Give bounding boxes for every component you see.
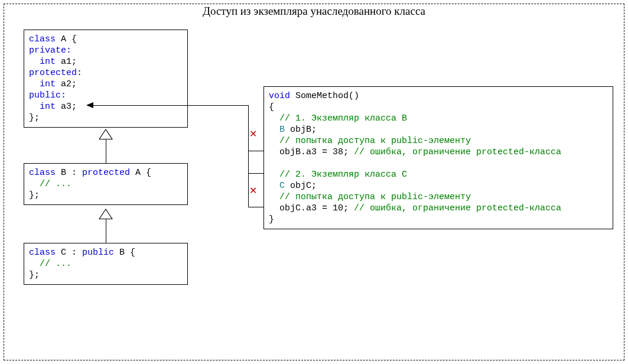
connector-line: [106, 219, 106, 243]
code: // ...: [29, 259, 71, 269]
code: a1;: [56, 57, 77, 67]
inheritance-arrow-icon: [99, 129, 113, 139]
code: // попытка доступа к public-элементу: [269, 192, 471, 202]
code: a3;: [56, 102, 77, 112]
code: [269, 158, 274, 168]
code: };: [29, 113, 40, 123]
code: // 1. Экземпляр класса B: [269, 113, 407, 124]
code: {: [269, 102, 274, 112]
code: SomeMethod(): [290, 91, 359, 101]
class-b-box: class B : protected A { // ... };: [24, 163, 188, 205]
connector-line: [248, 151, 264, 151]
code: };: [29, 270, 40, 280]
code: // ошибка, ограничение protected-класса: [354, 203, 561, 213]
error-x-icon: ✕: [249, 185, 257, 196]
code: B {: [114, 248, 135, 258]
code: objB;: [285, 125, 317, 135]
code: protected:: [29, 68, 82, 78]
code: a2;: [56, 79, 77, 89]
code: objB.a3 = 38;: [269, 147, 354, 157]
code: void: [269, 91, 290, 101]
code: // ошибка, ограничение protected-класса: [354, 147, 561, 157]
code: objC;: [285, 181, 317, 191]
code: // 2. Экземпляр класса C: [269, 170, 407, 180]
connector-line: [248, 173, 264, 174]
code: }: [269, 214, 274, 225]
class-a-box: class A { private: int a1; protected: in…: [24, 30, 188, 128]
code: public:: [29, 90, 66, 100]
code: class: [29, 34, 56, 44]
code: protected: [82, 168, 130, 178]
code: private:: [29, 46, 71, 56]
code: A {: [56, 34, 77, 44]
code: B: [269, 125, 285, 135]
code: public: [82, 248, 114, 258]
connector-line: [106, 139, 106, 163]
connector-line: [248, 173, 249, 207]
connector-line: [93, 105, 248, 106]
code: };: [29, 190, 40, 200]
code: objC.a3 = 10;: [269, 203, 354, 213]
code: int: [29, 57, 56, 67]
code: C: [269, 181, 285, 191]
error-x-icon: ✕: [249, 128, 257, 139]
connector-line: [248, 105, 249, 173]
diagram-title: Доступ из экземпляра унаследованного кла…: [0, 5, 628, 18]
code: A {: [130, 168, 151, 178]
code: // попытка доступа к public-элементу: [269, 136, 471, 146]
code: int: [29, 79, 56, 89]
code: B :: [56, 168, 82, 178]
arrow-left-icon: [86, 102, 93, 108]
code: // ...: [29, 179, 71, 189]
code: class: [29, 248, 56, 258]
code: class: [29, 168, 56, 178]
inheritance-arrow-icon: [99, 209, 113, 219]
method-box: void SomeMethod() { // 1. Экземпляр клас…: [263, 86, 613, 229]
class-c-box: class C : public B { // ... };: [24, 243, 188, 285]
code: int: [29, 102, 56, 112]
code: C :: [56, 248, 82, 258]
connector-line: [248, 207, 264, 207]
